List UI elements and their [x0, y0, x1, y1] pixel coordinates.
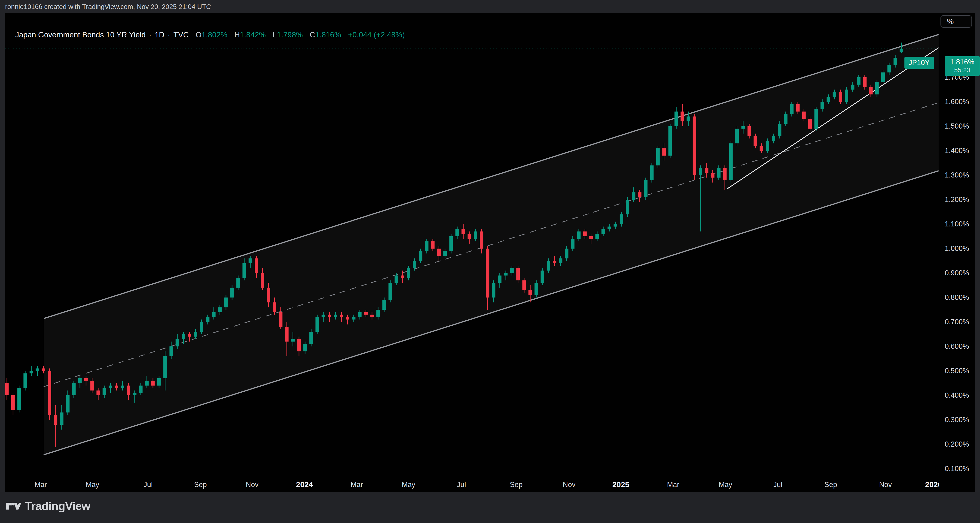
candle-body: [169, 346, 173, 356]
candle-body: [766, 141, 769, 151]
symbol-name: Japan Government Bonds 10 YR Yield: [15, 30, 146, 39]
time-tick-month: Nov: [246, 479, 259, 491]
tradingview-logo-icon: [6, 502, 21, 511]
candle-body: [875, 82, 879, 94]
price-tick: 1.200%: [939, 195, 975, 204]
bar-countdown: 55:23: [945, 67, 980, 74]
time-scale[interactable]: MarMayJulSepNov2024MarMayJulSepNov2025Ma…: [5, 479, 939, 491]
legend-separator: ·: [149, 30, 151, 39]
candle-body: [620, 214, 623, 224]
candle-body: [382, 300, 386, 310]
candle-body: [5, 383, 9, 395]
candle-body: [528, 290, 532, 295]
legend-separator: ·: [168, 30, 170, 39]
candle-body: [212, 312, 216, 317]
candle-body: [790, 104, 794, 114]
candle-body: [851, 85, 854, 90]
candle-body: [486, 249, 489, 298]
candle-body: [127, 386, 130, 395]
candle-body: [675, 111, 678, 126]
tradingview-logo[interactable]: TradingView: [6, 499, 90, 513]
candle-body: [261, 273, 264, 288]
candle-body: [163, 356, 167, 378]
candle-body: [681, 111, 684, 121]
candle-body: [547, 261, 550, 271]
candle-body: [705, 168, 708, 173]
candle-body: [291, 339, 294, 342]
candle-body: [279, 312, 282, 327]
symbol-title: Japan Government Bonds 10 YR Yield · 1D …: [15, 30, 189, 39]
candle-body: [273, 302, 276, 312]
candle-body: [352, 317, 355, 320]
current-price-value: 1.816%: [945, 58, 980, 67]
candle-body: [158, 378, 161, 386]
candle-body: [802, 111, 806, 119]
candlestick-chart[interactable]: [5, 13, 975, 491]
candle-body: [401, 276, 404, 278]
candle-body: [181, 334, 185, 339]
price-unit-button[interactable]: %: [940, 15, 972, 28]
candle-body: [881, 73, 885, 82]
candle-body: [474, 231, 477, 239]
chart-area[interactable]: Japan Government Bonds 10 YR Yield · 1D …: [5, 13, 975, 491]
candle-body: [796, 104, 800, 112]
candle-body: [36, 368, 39, 371]
ohlc-close: C 1.816%: [310, 30, 341, 39]
candle-body: [492, 283, 495, 298]
candle-body: [583, 231, 587, 236]
candle-body: [443, 251, 447, 256]
ohlc-open: O 1.802%: [196, 30, 228, 39]
candle-body: [498, 276, 501, 283]
candle-body: [814, 109, 818, 129]
candle-body: [218, 307, 222, 312]
candle-body: [267, 288, 270, 303]
candle-body: [857, 77, 861, 85]
candle-body: [449, 236, 453, 251]
candle-body: [693, 117, 696, 175]
candle-body: [535, 283, 538, 295]
price-scale[interactable]: 1.700%1.600%1.500%1.400%1.300%1.200%1.10…: [939, 13, 975, 491]
candle-body: [340, 315, 344, 317]
candle-body: [650, 165, 654, 180]
candle-body: [504, 273, 508, 276]
candle-body: [894, 58, 897, 65]
candle-body: [845, 90, 848, 102]
candle-body: [145, 380, 149, 385]
exchange-label: TVC: [173, 30, 189, 39]
candle-body: [437, 249, 441, 256]
candle-body: [66, 395, 70, 412]
candle-body: [139, 386, 143, 393]
candle-body: [808, 119, 812, 128]
time-tick-month: May: [719, 479, 732, 491]
candle-body: [723, 168, 727, 180]
candle-body: [541, 271, 544, 283]
candle-body: [255, 258, 258, 273]
attribution-text: ronnie10166 created with TradingView.com…: [5, 0, 211, 13]
candle-body: [18, 388, 21, 410]
candle-body: [595, 234, 599, 239]
candle-body: [863, 77, 867, 87]
price-tick: 1.500%: [939, 122, 975, 130]
candle-body: [565, 249, 568, 258]
candle-body: [516, 268, 520, 281]
time-tick-year: 2026: [925, 479, 939, 491]
candle-body: [334, 315, 337, 317]
current-price-label: 1.816% 55:23: [945, 56, 980, 76]
candle-body: [522, 281, 526, 290]
candle-body: [699, 168, 702, 175]
candle-body: [461, 229, 465, 234]
candle-body: [249, 258, 252, 263]
price-tick: 1.600%: [939, 98, 975, 106]
candle-body: [376, 310, 380, 317]
candle-body: [328, 315, 331, 317]
candle-body: [772, 136, 775, 141]
candle-body: [839, 92, 842, 102]
price-tick: 1.000%: [939, 244, 975, 253]
price-tick: 0.300%: [939, 416, 975, 424]
candle-body: [559, 258, 562, 263]
candle-body: [84, 378, 88, 381]
candle-body: [346, 317, 349, 320]
candle-body: [413, 261, 417, 268]
tradingview-snapshot: ronnie10166 created with TradingView.com…: [0, 0, 980, 523]
candle-body: [468, 234, 471, 239]
